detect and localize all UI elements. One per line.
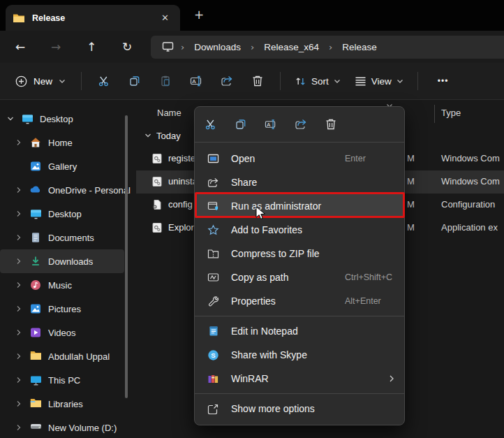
chevron-down-icon bbox=[334, 79, 341, 84]
config-file-icon bbox=[151, 199, 163, 210]
chevron-right-icon[interactable] bbox=[13, 234, 25, 241]
video-play-icon bbox=[29, 327, 42, 338]
notepad-icon bbox=[207, 326, 219, 337]
sidebar-item-music[interactable]: Music bbox=[0, 273, 124, 297]
sidebar-item-desktop-root[interactable]: Desktop bbox=[0, 107, 124, 131]
menu-item-show-more-options[interactable]: Show more options bbox=[195, 397, 404, 421]
chevron-down-icon bbox=[142, 133, 154, 138]
scissors-icon bbox=[98, 75, 110, 87]
sidebar-item-onedrive[interactable]: OneDrive - Personal bbox=[0, 178, 124, 202]
chevron-right-icon[interactable] bbox=[13, 282, 25, 289]
script-file-icon bbox=[151, 153, 163, 164]
external-window-icon bbox=[207, 403, 219, 415]
command-toolbar: New A Sort View bbox=[0, 63, 504, 100]
breadcrumb-item-release-x64[interactable]: Release_x64 bbox=[260, 40, 323, 54]
chevron-right-icon[interactable] bbox=[13, 400, 25, 407]
chevron-right-icon[interactable] bbox=[13, 329, 25, 336]
breadcrumb[interactable]: › Downloads › Release_x64 › Release bbox=[151, 36, 504, 59]
new-tab-icon[interactable]: + bbox=[190, 8, 208, 22]
share-icon bbox=[221, 75, 233, 87]
application-file-icon bbox=[151, 222, 163, 233]
chevron-down-icon[interactable] bbox=[4, 116, 17, 122]
cut-icon[interactable] bbox=[205, 118, 217, 131]
chevron-right-icon[interactable] bbox=[13, 210, 25, 217]
sidebar-item-home[interactable]: Home bbox=[0, 131, 124, 154]
picture-icon bbox=[29, 303, 42, 314]
folder-icon bbox=[29, 398, 42, 409]
column-header-name[interactable]: Name bbox=[157, 108, 181, 118]
rename-icon: A bbox=[190, 75, 203, 87]
column-divider[interactable] bbox=[434, 105, 435, 123]
onedrive-cloud-icon bbox=[29, 184, 42, 196]
refresh-icon[interactable]: ↻ bbox=[115, 40, 139, 54]
svg-text:A: A bbox=[192, 78, 196, 85]
this-pc-icon[interactable] bbox=[162, 41, 174, 52]
share-icon[interactable] bbox=[295, 118, 307, 131]
breadcrumb-item-release[interactable]: Release bbox=[338, 40, 381, 54]
desktop-icon bbox=[21, 113, 34, 124]
rename-icon[interactable]: A bbox=[265, 118, 277, 131]
menu-item-compress-to-zip[interactable]: Compress to ZIP file bbox=[195, 242, 404, 265]
desktop-icon bbox=[29, 208, 42, 219]
sidebar-item-documents[interactable]: Documents bbox=[0, 226, 124, 249]
new-button-label: New bbox=[34, 76, 52, 87]
folder-icon bbox=[29, 351, 42, 362]
home-icon bbox=[29, 137, 42, 148]
title-bar: Release ✕ + bbox=[0, 0, 504, 31]
chevron-right-icon[interactable] bbox=[13, 353, 25, 360]
chevron-right-icon[interactable] bbox=[13, 187, 25, 194]
sidebar-item-gallery[interactable]: Gallery bbox=[0, 154, 124, 178]
delete-icon[interactable] bbox=[325, 118, 337, 131]
menu-item-add-to-favorites[interactable]: Add to Favorites bbox=[195, 218, 404, 242]
svg-text:S: S bbox=[211, 351, 215, 358]
view-button[interactable]: View bbox=[348, 71, 410, 92]
submenu-chevron-icon bbox=[389, 374, 394, 383]
path-box-icon bbox=[207, 272, 219, 284]
folder-icon bbox=[13, 13, 25, 23]
chevron-right-icon[interactable] bbox=[13, 139, 25, 146]
sidebar-item-abdullah-uppal[interactable]: Abdullah Uppal bbox=[0, 344, 124, 368]
menu-item-properties[interactable]: Properties Alt+Enter bbox=[195, 289, 404, 313]
chevron-right-icon[interactable] bbox=[13, 424, 25, 431]
delete-button[interactable] bbox=[242, 68, 273, 94]
tab-close-icon[interactable]: ✕ bbox=[157, 11, 173, 24]
rename-button[interactable]: A bbox=[181, 68, 212, 94]
sidebar-item-pictures[interactable]: Pictures bbox=[0, 297, 124, 321]
chevron-right-icon: › bbox=[245, 42, 260, 52]
copy-icon[interactable] bbox=[235, 118, 247, 131]
sidebar-item-this-pc[interactable]: This PC bbox=[0, 368, 124, 392]
sidebar-item-downloads[interactable]: Downloads bbox=[0, 249, 124, 273]
sidebar-scrollbar[interactable] bbox=[125, 115, 128, 398]
drive-icon bbox=[29, 422, 42, 433]
menu-item-open[interactable]: Open Enter bbox=[195, 147, 404, 170]
copy-button[interactable] bbox=[119, 68, 150, 94]
shortcut: Ctrl+Shift+C bbox=[345, 272, 392, 282]
menu-divider bbox=[195, 316, 404, 316]
chevron-right-icon[interactable] bbox=[13, 258, 25, 265]
sidebar-item-videos[interactable]: Videos bbox=[0, 321, 124, 344]
menu-item-winrar[interactable]: WinRAR bbox=[195, 367, 404, 390]
sidebar-item-libraries[interactable]: Libraries bbox=[0, 392, 124, 416]
up-icon[interactable]: ↑ bbox=[80, 40, 103, 54]
chevron-down-icon bbox=[59, 79, 66, 84]
sidebar-item-new-volume-d[interactable]: New Volume (D:) bbox=[0, 416, 124, 438]
cut-button[interactable] bbox=[89, 68, 119, 94]
back-icon[interactable]: ← bbox=[8, 40, 32, 54]
wrench-icon bbox=[207, 295, 219, 307]
menu-item-share-with-skype[interactable]: S Share with Skype bbox=[195, 343, 404, 367]
breadcrumb-item-downloads[interactable]: Downloads bbox=[190, 40, 245, 54]
tab-release[interactable]: Release ✕ bbox=[6, 5, 180, 31]
more-options-icon[interactable]: ••• bbox=[429, 71, 457, 92]
chevron-right-icon[interactable] bbox=[13, 305, 25, 312]
menu-item-copy-as-path[interactable]: Copy as path Ctrl+Shift+C bbox=[195, 265, 404, 289]
menu-item-share[interactable]: Share bbox=[195, 170, 404, 194]
chevron-right-icon[interactable] bbox=[13, 377, 25, 384]
new-button[interactable]: New bbox=[7, 71, 74, 92]
sort-button[interactable]: Sort bbox=[288, 71, 348, 92]
group-header-today[interactable]: Today bbox=[136, 127, 181, 144]
sidebar-item-desktop[interactable]: Desktop bbox=[0, 202, 124, 226]
menu-item-edit-in-notepad[interactable]: Edit in Notepad bbox=[195, 319, 404, 343]
column-header-type[interactable]: Type bbox=[441, 108, 461, 118]
winrar-books-icon bbox=[207, 373, 219, 385]
share-button[interactable] bbox=[212, 68, 242, 94]
